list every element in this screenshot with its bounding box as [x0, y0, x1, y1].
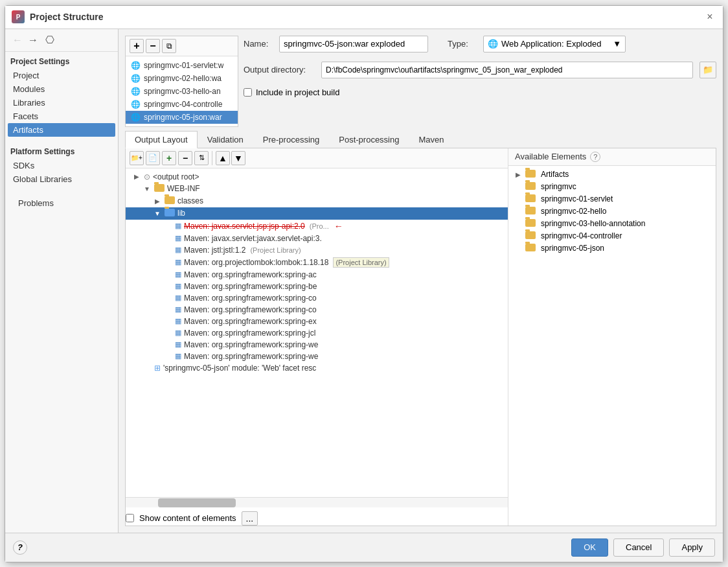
- tab-validation[interactable]: Validation: [198, 131, 253, 148]
- sidebar-item-modules[interactable]: Modules: [5, 82, 118, 96]
- tree-node-module[interactable]: ⊞ 'springmvc-05-json' module: 'Web' face…: [126, 362, 508, 374]
- tree-node-maven7[interactable]: ▦ Maven: org.springframework:spring-co: [126, 292, 508, 304]
- available-node-controller[interactable]: springmvc-04-controller: [508, 230, 716, 242]
- name-row: Name: Type: 🌐 Web Application: Exploded …: [244, 36, 716, 52]
- maven3-label: Maven: jstl:jstl:1.2: [184, 246, 245, 255]
- sidebar-item-libraries[interactable]: Libraries: [5, 96, 118, 110]
- available-node-json[interactable]: springmvc-05-json: [508, 242, 716, 255]
- project-settings-header: Project Settings: [5, 52, 118, 69]
- maven4-suffix: (Project Library): [333, 257, 389, 268]
- artifact-item-3[interactable]: 🌐 springmvc-04-controlle: [126, 98, 238, 111]
- move-down-button[interactable]: ▼: [231, 151, 245, 165]
- expand-lib[interactable]: ▼: [153, 210, 162, 217]
- artifacts-right-icon: [525, 170, 536, 179]
- available-node-springmvc[interactable]: springmvc: [508, 181, 716, 193]
- tree-node-maven6[interactable]: ▦ Maven: org.springframework:spring-be: [126, 281, 508, 292]
- sidebar-item-artifacts[interactable]: Artifacts: [8, 123, 115, 137]
- copy-button[interactable]: ⎔: [43, 33, 57, 47]
- copy-artifact-button[interactable]: ⧉: [162, 39, 176, 53]
- tab-maven[interactable]: Maven: [409, 131, 453, 148]
- sort-button[interactable]: ⇅: [194, 151, 209, 165]
- options-button[interactable]: ...: [242, 511, 258, 526]
- tree-node-web-inf[interactable]: ▼ WEB-INF: [126, 183, 508, 195]
- sidebar-item-project[interactable]: Project: [5, 69, 118, 82]
- close-button[interactable]: ×: [703, 10, 716, 23]
- apply-button[interactable]: Apply: [669, 538, 715, 557]
- browse-folder-button[interactable]: 📁: [700, 62, 716, 78]
- hello-icon: [525, 207, 536, 216]
- artifact-icon-0: 🌐: [131, 61, 141, 70]
- nav-arrows: ← →: [10, 33, 40, 47]
- tab-output-layout[interactable]: Output Layout: [125, 131, 198, 148]
- ok-button[interactable]: OK: [571, 538, 608, 557]
- sidebar-item-sdks[interactable]: SDKs: [5, 159, 118, 172]
- tree-node-maven4[interactable]: ▦ Maven: org.projectlombok:lombok:1.18.1…: [126, 256, 508, 269]
- tree-node-maven10[interactable]: ▦ Maven: org.springframework:spring-jcl: [126, 327, 508, 339]
- add-element-button[interactable]: +: [162, 151, 176, 165]
- tree-node-maven3[interactable]: ▦ Maven: jstl:jstl:1.2 (Project Library): [126, 244, 508, 256]
- show-content-checkbox[interactable]: [126, 514, 134, 522]
- include-checkbox[interactable]: [244, 88, 252, 97]
- type-select-icon: 🌐: [488, 39, 498, 49]
- cancel-button[interactable]: Cancel: [613, 538, 664, 557]
- available-node-servlet[interactable]: springmvc-01-servlet: [508, 193, 716, 205]
- available-node-hello[interactable]: springmvc-02-hello: [508, 205, 716, 218]
- tree-node-lib[interactable]: ▼ lib: [126, 207, 508, 220]
- controller-icon: [525, 231, 536, 241]
- expand-classes[interactable]: ▶: [153, 198, 162, 205]
- artifact-icon-3: 🌐: [131, 100, 141, 109]
- tree-node-output-root[interactable]: ▶ ⊙ <output root>: [126, 171, 508, 183]
- hello-label: springmvc-02-hello: [541, 207, 606, 216]
- remove-element-button[interactable]: −: [178, 151, 192, 165]
- problems-section: Problems: [5, 196, 118, 210]
- move-up-button[interactable]: ▲: [216, 151, 230, 165]
- artifact-item-2[interactable]: 🌐 springmvc-03-hello-an: [126, 85, 238, 98]
- artifact-icon-2: 🌐: [131, 87, 141, 96]
- tree-node-maven9[interactable]: ▦ Maven: org.springframework:spring-ex: [126, 316, 508, 327]
- expand-output-root[interactable]: ▶: [132, 173, 141, 180]
- name-input[interactable]: [279, 36, 428, 52]
- controller-label: springmvc-04-controller: [541, 231, 622, 240]
- back-button[interactable]: ←: [10, 33, 25, 47]
- output-input[interactable]: [321, 62, 693, 78]
- artifacts-area: + − ⧉ 🌐 springmvc-01-servlet:w 🌐 springm…: [125, 36, 716, 127]
- help-button[interactable]: ?: [13, 540, 27, 555]
- module-label: 'springmvc-05-json' module: 'Web' facet …: [163, 364, 316, 373]
- tree-node-maven1[interactable]: ▦ Maven: javax.servlet.jsp:jsp-api:2.0 (…: [126, 220, 508, 233]
- create-dir-button[interactable]: 📁+: [130, 151, 144, 165]
- expand-artifacts-right[interactable]: ▶: [514, 171, 523, 178]
- add-copy-button[interactable]: 📄: [146, 151, 160, 165]
- artifact-item-1[interactable]: 🌐 springmvc-02-hello:wa: [126, 72, 238, 85]
- tab-preprocessing[interactable]: Pre-processing: [253, 131, 329, 148]
- expand-web-inf[interactable]: ▼: [142, 185, 152, 192]
- type-select-value: Web Application: Exploded: [501, 39, 601, 49]
- main-content: ← → ⎔ Project Settings Project Modules L…: [5, 29, 723, 533]
- tree-node-maven12[interactable]: ▦ Maven: org.springframework:spring-we: [126, 351, 508, 362]
- maven3-suffix: (Project Library): [250, 246, 301, 254]
- type-dropdown-arrow: ▼: [613, 39, 621, 49]
- add-artifact-button[interactable]: +: [130, 39, 144, 53]
- horizontal-scrollbar[interactable]: [126, 497, 508, 507]
- sidebar-item-problems[interactable]: Problems: [10, 196, 113, 210]
- tab-postprocessing[interactable]: Post-processing: [329, 131, 409, 148]
- output-tree-area: ▶ ⊙ <output root> ▼ WEB-INF: [126, 168, 508, 497]
- tree-node-maven8[interactable]: ▦ Maven: org.springframework:spring-co: [126, 304, 508, 316]
- forward-button[interactable]: →: [26, 33, 40, 47]
- tree-node-maven11[interactable]: ▦ Maven: org.springframework:spring-we: [126, 339, 508, 351]
- tree-node-maven2[interactable]: ▦ Maven: javax.servlet:javax.servlet-api…: [126, 233, 508, 244]
- maven10-icon: ▦: [175, 329, 181, 337]
- artifact-item-4[interactable]: 🌐 springmvc-05-json:war: [126, 111, 238, 124]
- remove-artifact-button[interactable]: −: [146, 39, 160, 53]
- tree-node-classes[interactable]: ▶ classes: [126, 195, 508, 207]
- title-bar: P Project Structure ×: [5, 6, 723, 29]
- artifact-item-0[interactable]: 🌐 springmvc-01-servlet:w: [126, 59, 238, 72]
- sidebar-item-global-libraries[interactable]: Global Libraries: [5, 172, 118, 186]
- available-node-artifacts[interactable]: ▶ Artifacts: [508, 168, 716, 181]
- available-node-hello-annotation[interactable]: springmvc-03-hello-annotation: [508, 218, 716, 230]
- maven11-icon: ▦: [175, 340, 181, 349]
- type-select[interactable]: 🌐 Web Application: Exploded ▼: [483, 36, 626, 52]
- artifact-name-3: springmvc-04-controlle: [144, 100, 222, 109]
- project-structure-dialog: P Project Structure × ← → ⎔ Project Sett…: [5, 5, 723, 562]
- tree-node-maven5[interactable]: ▦ Maven: org.springframework:spring-ac: [126, 269, 508, 281]
- sidebar-item-facets[interactable]: Facets: [5, 110, 118, 123]
